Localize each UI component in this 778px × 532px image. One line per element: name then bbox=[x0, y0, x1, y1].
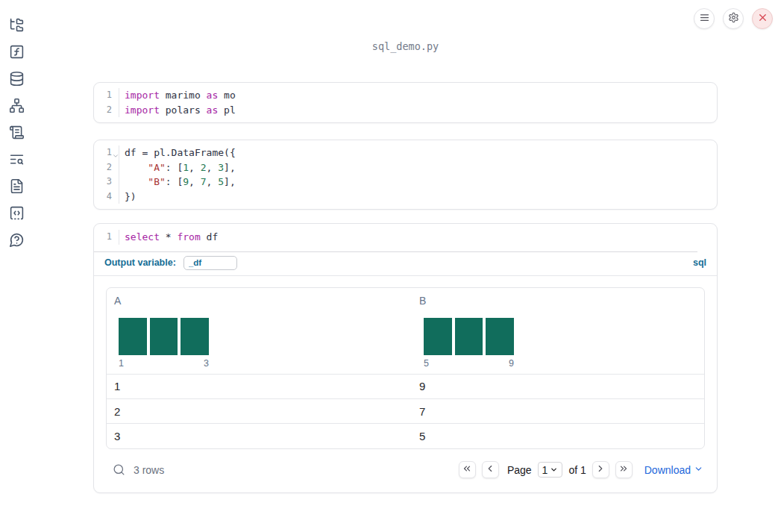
language-badge[interactable]: sql bbox=[693, 257, 706, 268]
column-title: B bbox=[419, 295, 697, 307]
page-select[interactable]: 1 bbox=[538, 462, 563, 478]
table-header: A 1 3 bbox=[107, 288, 704, 374]
histogram-bar bbox=[119, 318, 147, 355]
histogram-bar bbox=[150, 318, 178, 355]
histogram-bar bbox=[486, 318, 514, 355]
histogram-max-label: 3 bbox=[204, 358, 209, 369]
page-select-value: 1 bbox=[542, 464, 548, 476]
code-text: select * from df bbox=[119, 230, 218, 245]
gear-icon bbox=[728, 12, 739, 26]
line-number: 3 bbox=[107, 175, 112, 190]
first-page-button[interactable] bbox=[459, 461, 476, 478]
function-square-icon[interactable] bbox=[9, 44, 25, 60]
output-variable-input[interactable] bbox=[183, 256, 237, 270]
histogram-bar bbox=[455, 318, 483, 355]
data-table: A 1 3 bbox=[106, 287, 705, 449]
shutdown-button[interactable] bbox=[752, 8, 773, 29]
menu-icon bbox=[699, 12, 710, 26]
line-number: 4 bbox=[107, 190, 112, 204]
chevron-right-icon bbox=[595, 463, 606, 477]
line-number: 2 bbox=[107, 160, 112, 175]
table-row[interactable]: 3 5 bbox=[107, 423, 704, 448]
dependency-graph-icon[interactable] bbox=[9, 98, 25, 113]
code-cell-imports: 1 2 import marimo as mo import polars as… bbox=[93, 82, 718, 123]
row-count: 3 rows bbox=[134, 464, 164, 476]
column-histogram: 1 3 bbox=[119, 318, 209, 369]
file-tree-icon[interactable] bbox=[9, 17, 25, 33]
chevron-down-icon bbox=[550, 464, 558, 476]
code-editor[interactable]: 1 2 3 4 df = pl.DataFrame({ "A": [1, 2, … bbox=[94, 140, 717, 209]
code-brackets-icon[interactable] bbox=[9, 205, 25, 221]
document-icon[interactable] bbox=[9, 178, 25, 194]
line-number-gutter: 1 2 bbox=[94, 88, 119, 117]
code-line[interactable]: import polars as pl bbox=[125, 103, 236, 118]
histogram-bar bbox=[181, 318, 209, 355]
pagination: Page 1 of 1 Download bbox=[459, 461, 703, 478]
cell-output: A 1 3 bbox=[94, 276, 717, 492]
code-line[interactable]: df = pl.DataFrame({ bbox=[125, 145, 236, 160]
code-line[interactable]: "A": [1, 2, 3], bbox=[125, 160, 236, 175]
last-page-button[interactable] bbox=[615, 461, 633, 478]
output-variable-label: Output variable: bbox=[104, 257, 176, 268]
table-cell: 1 bbox=[107, 380, 412, 392]
download-label: Download bbox=[644, 464, 691, 476]
sql-cell: 1 select * from df Output variable: sql … bbox=[93, 223, 718, 493]
scroll-icon[interactable] bbox=[9, 125, 25, 140]
page-label: Page bbox=[507, 464, 532, 476]
table-row[interactable]: 2 7 bbox=[107, 398, 704, 423]
chevron-left-icon bbox=[485, 463, 495, 477]
histogram-min-label: 1 bbox=[119, 358, 124, 369]
code-text: import marimo as mo import polars as pl bbox=[119, 88, 236, 117]
line-number: 2 bbox=[107, 103, 112, 118]
page-total: of 1 bbox=[568, 464, 586, 476]
line-number-gutter: 1 bbox=[94, 230, 119, 245]
help-circle-icon[interactable] bbox=[9, 232, 25, 248]
column-header-b[interactable]: B 5 9 bbox=[412, 288, 704, 374]
column-header-a[interactable]: A 1 3 bbox=[107, 288, 412, 374]
table-cell: 7 bbox=[412, 405, 704, 418]
fold-chevron-icon[interactable] bbox=[112, 149, 119, 157]
histogram-min-label: 5 bbox=[424, 358, 429, 369]
column-histogram: 5 9 bbox=[424, 318, 514, 369]
column-title: A bbox=[114, 295, 404, 307]
line-number-gutter: 1 2 3 4 bbox=[94, 145, 119, 204]
close-icon bbox=[757, 12, 768, 26]
code-line[interactable]: "B": [9, 7, 5], bbox=[125, 175, 236, 190]
menu-button[interactable] bbox=[694, 8, 715, 29]
histogram-bar bbox=[424, 318, 452, 355]
table-footer: 3 rows Page 1 of 1 bbox=[106, 457, 705, 484]
table-row[interactable]: 1 9 bbox=[107, 374, 704, 398]
notebook-filename: sql_demo.py bbox=[372, 40, 439, 52]
chevrons-right-icon bbox=[618, 463, 629, 477]
settings-button[interactable] bbox=[723, 8, 744, 29]
code-cell-dataframe: 1 2 3 4 df = pl.DataFrame({ "A": [1, 2, … bbox=[93, 140, 718, 210]
table-cell: 9 bbox=[412, 380, 704, 392]
line-number: 1 bbox=[107, 230, 112, 245]
chevron-down-icon bbox=[694, 464, 703, 476]
code-line[interactable]: }) bbox=[125, 190, 236, 204]
line-number: 1 bbox=[107, 145, 112, 160]
line-number: 1 bbox=[107, 88, 112, 103]
sidebar bbox=[0, 0, 33, 532]
table-cell: 2 bbox=[107, 405, 412, 418]
download-button[interactable]: Download bbox=[644, 464, 703, 476]
chevrons-left-icon bbox=[462, 463, 472, 477]
histogram-max-label: 9 bbox=[509, 358, 514, 369]
previous-page-button[interactable] bbox=[482, 461, 499, 478]
search-icon[interactable] bbox=[113, 463, 125, 476]
sql-editor[interactable]: 1 select * from df bbox=[94, 224, 717, 251]
list-search-icon[interactable] bbox=[9, 151, 25, 167]
notebook: sql_demo.py 1 2 import marimo as mo impo… bbox=[33, 0, 778, 493]
code-text: df = pl.DataFrame({ "A": [1, 2, 3], "B":… bbox=[119, 145, 236, 204]
next-page-button[interactable] bbox=[592, 461, 609, 478]
table-cell: 3 bbox=[107, 430, 412, 442]
database-icon[interactable] bbox=[9, 71, 25, 87]
output-variable-row: Output variable: sql bbox=[94, 252, 717, 276]
code-line[interactable]: select * from df bbox=[125, 230, 218, 245]
code-editor[interactable]: 1 2 import marimo as mo import polars as… bbox=[94, 83, 717, 122]
window-controls bbox=[694, 8, 773, 29]
code-line[interactable]: import marimo as mo bbox=[125, 88, 236, 103]
table-cell: 5 bbox=[412, 430, 704, 442]
